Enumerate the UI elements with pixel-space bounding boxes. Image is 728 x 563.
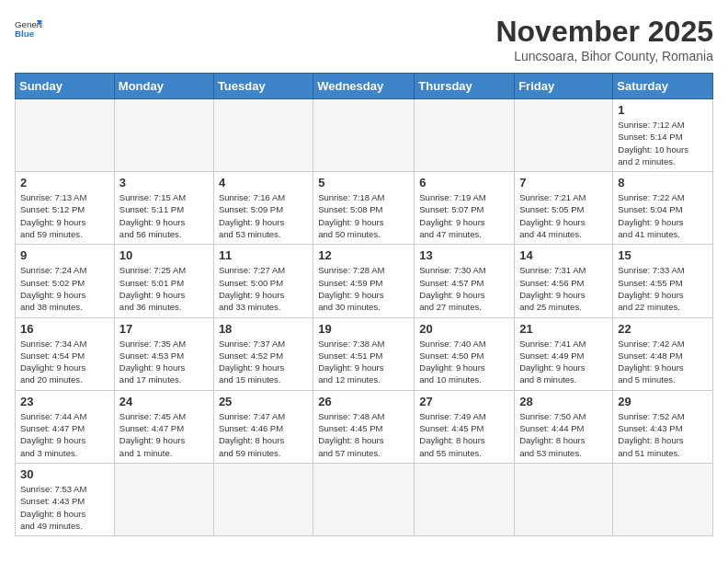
calendar-cell: 13Sunrise: 7:30 AM Sunset: 4:57 PM Dayli…	[415, 245, 515, 317]
weekday-header-wednesday: Wednesday	[313, 74, 415, 99]
calendar-cell	[415, 463, 515, 535]
day-number: 9	[20, 248, 109, 262]
day-number: 6	[419, 176, 509, 190]
title-area: November 2025 Luncsoara, Bihor County, R…	[495, 15, 713, 63]
day-number: 20	[419, 322, 509, 336]
weekday-header-friday: Friday	[515, 74, 613, 99]
calendar-cell: 27Sunrise: 7:49 AM Sunset: 4:45 PM Dayli…	[415, 390, 515, 463]
calendar-table: SundayMondayTuesdayWednesdayThursdayFrid…	[15, 73, 713, 536]
day-info: Sunrise: 7:31 AM Sunset: 4:56 PM Dayligh…	[519, 264, 608, 313]
calendar-cell: 25Sunrise: 7:47 AM Sunset: 4:46 PM Dayli…	[213, 390, 313, 463]
calendar-cell: 10Sunrise: 7:25 AM Sunset: 5:01 PM Dayli…	[114, 245, 213, 317]
day-number: 25	[219, 395, 308, 408]
day-info: Sunrise: 7:27 AM Sunset: 5:00 PM Dayligh…	[219, 264, 308, 313]
calendar-cell: 29Sunrise: 7:52 AM Sunset: 4:43 PM Dayli…	[613, 390, 713, 463]
calendar-cell: 8Sunrise: 7:22 AM Sunset: 5:04 PM Daylig…	[613, 172, 713, 245]
calendar-cell: 19Sunrise: 7:38 AM Sunset: 4:51 PM Dayli…	[313, 317, 415, 390]
day-info: Sunrise: 7:47 AM Sunset: 4:46 PM Dayligh…	[219, 410, 308, 459]
calendar-cell	[313, 463, 415, 535]
location-subtitle: Luncsoara, Bihor County, Romania	[495, 49, 713, 63]
calendar-cell: 15Sunrise: 7:33 AM Sunset: 4:55 PM Dayli…	[613, 245, 713, 317]
day-number: 24	[119, 395, 209, 408]
day-number: 14	[519, 248, 608, 262]
calendar-cell: 28Sunrise: 7:50 AM Sunset: 4:44 PM Dayli…	[515, 390, 613, 463]
day-info: Sunrise: 7:35 AM Sunset: 4:53 PM Dayligh…	[119, 338, 209, 386]
svg-text:Blue: Blue	[15, 29, 35, 39]
day-info: Sunrise: 7:33 AM Sunset: 4:55 PM Dayligh…	[618, 264, 708, 313]
day-number: 16	[20, 322, 109, 336]
calendar-cell	[114, 99, 213, 172]
day-number: 29	[618, 395, 708, 408]
day-number: 18	[219, 322, 308, 336]
page-header: General Blue November 2025 Luncsoara, Bi…	[15, 15, 713, 63]
logo: General Blue	[15, 15, 42, 42]
calendar-cell	[613, 463, 713, 535]
day-number: 2	[20, 176, 109, 190]
day-number: 17	[119, 322, 209, 336]
day-info: Sunrise: 7:52 AM Sunset: 4:43 PM Dayligh…	[618, 410, 708, 459]
day-info: Sunrise: 7:44 AM Sunset: 4:47 PM Dayligh…	[20, 410, 109, 459]
weekday-header-thursday: Thursday	[415, 74, 515, 99]
calendar-cell: 9Sunrise: 7:24 AM Sunset: 5:02 PM Daylig…	[16, 245, 115, 317]
weekday-header-monday: Monday	[114, 74, 213, 99]
day-info: Sunrise: 7:28 AM Sunset: 4:59 PM Dayligh…	[318, 264, 409, 313]
day-info: Sunrise: 7:45 AM Sunset: 4:47 PM Dayligh…	[119, 410, 209, 459]
day-number: 10	[119, 248, 209, 262]
calendar-cell: 22Sunrise: 7:42 AM Sunset: 4:48 PM Dayli…	[613, 317, 713, 390]
month-title: November 2025	[495, 15, 713, 49]
calendar-cell: 23Sunrise: 7:44 AM Sunset: 4:47 PM Dayli…	[16, 390, 115, 463]
day-number: 27	[419, 395, 509, 408]
day-info: Sunrise: 7:18 AM Sunset: 5:08 PM Dayligh…	[318, 191, 409, 240]
day-info: Sunrise: 7:48 AM Sunset: 4:45 PM Dayligh…	[318, 410, 409, 459]
day-number: 5	[318, 176, 409, 190]
calendar-cell: 30Sunrise: 7:53 AM Sunset: 4:43 PM Dayli…	[16, 463, 115, 535]
weekday-header-tuesday: Tuesday	[213, 74, 313, 99]
day-number: 21	[519, 322, 608, 336]
day-number: 7	[519, 176, 608, 190]
calendar-cell: 2Sunrise: 7:13 AM Sunset: 5:12 PM Daylig…	[16, 172, 115, 245]
day-number: 4	[219, 176, 308, 190]
day-info: Sunrise: 7:22 AM Sunset: 5:04 PM Dayligh…	[618, 191, 708, 240]
calendar-cell	[515, 99, 613, 172]
day-info: Sunrise: 7:21 AM Sunset: 5:05 PM Dayligh…	[519, 191, 608, 240]
calendar-cell: 4Sunrise: 7:16 AM Sunset: 5:09 PM Daylig…	[213, 172, 313, 245]
day-number: 8	[618, 176, 708, 190]
day-info: Sunrise: 7:16 AM Sunset: 5:09 PM Dayligh…	[219, 191, 308, 240]
calendar-cell: 14Sunrise: 7:31 AM Sunset: 4:56 PM Dayli…	[515, 245, 613, 317]
calendar-cell: 24Sunrise: 7:45 AM Sunset: 4:47 PM Dayli…	[114, 390, 213, 463]
day-info: Sunrise: 7:12 AM Sunset: 5:14 PM Dayligh…	[618, 119, 708, 167]
weekday-header-saturday: Saturday	[613, 74, 713, 99]
week-row-3: 9Sunrise: 7:24 AM Sunset: 5:02 PM Daylig…	[16, 245, 713, 317]
day-number: 30	[20, 467, 109, 481]
day-number: 3	[119, 176, 209, 190]
calendar-cell: 16Sunrise: 7:34 AM Sunset: 4:54 PM Dayli…	[16, 317, 115, 390]
day-info: Sunrise: 7:25 AM Sunset: 5:01 PM Dayligh…	[119, 264, 209, 313]
day-info: Sunrise: 7:30 AM Sunset: 4:57 PM Dayligh…	[419, 264, 509, 313]
day-info: Sunrise: 7:40 AM Sunset: 4:50 PM Dayligh…	[419, 338, 509, 386]
week-row-2: 2Sunrise: 7:13 AM Sunset: 5:12 PM Daylig…	[16, 172, 713, 245]
day-number: 11	[219, 248, 308, 262]
week-row-5: 23Sunrise: 7:44 AM Sunset: 4:47 PM Dayli…	[16, 390, 713, 463]
week-row-1: 1Sunrise: 7:12 AM Sunset: 5:14 PM Daylig…	[16, 99, 713, 172]
calendar-cell: 18Sunrise: 7:37 AM Sunset: 4:52 PM Dayli…	[213, 317, 313, 390]
day-info: Sunrise: 7:38 AM Sunset: 4:51 PM Dayligh…	[318, 338, 409, 386]
calendar-cell: 12Sunrise: 7:28 AM Sunset: 4:59 PM Dayli…	[313, 245, 415, 317]
calendar-cell	[213, 463, 313, 535]
day-number: 28	[519, 395, 608, 408]
calendar-cell: 21Sunrise: 7:41 AM Sunset: 4:49 PM Dayli…	[515, 317, 613, 390]
calendar-cell: 5Sunrise: 7:18 AM Sunset: 5:08 PM Daylig…	[313, 172, 415, 245]
day-info: Sunrise: 7:19 AM Sunset: 5:07 PM Dayligh…	[419, 191, 509, 240]
calendar-cell: 17Sunrise: 7:35 AM Sunset: 4:53 PM Dayli…	[114, 317, 213, 390]
calendar-cell: 1Sunrise: 7:12 AM Sunset: 5:14 PM Daylig…	[613, 99, 713, 172]
day-info: Sunrise: 7:50 AM Sunset: 4:44 PM Dayligh…	[519, 410, 608, 459]
calendar-cell	[415, 99, 515, 172]
calendar-cell	[114, 463, 213, 535]
day-number: 22	[618, 322, 708, 336]
day-number: 23	[20, 395, 109, 408]
calendar-cell	[515, 463, 613, 535]
calendar-cell: 20Sunrise: 7:40 AM Sunset: 4:50 PM Dayli…	[415, 317, 515, 390]
day-info: Sunrise: 7:34 AM Sunset: 4:54 PM Dayligh…	[20, 338, 109, 386]
weekday-header-row: SundayMondayTuesdayWednesdayThursdayFrid…	[16, 74, 713, 99]
day-number: 12	[318, 248, 409, 262]
day-number: 1	[618, 103, 708, 117]
